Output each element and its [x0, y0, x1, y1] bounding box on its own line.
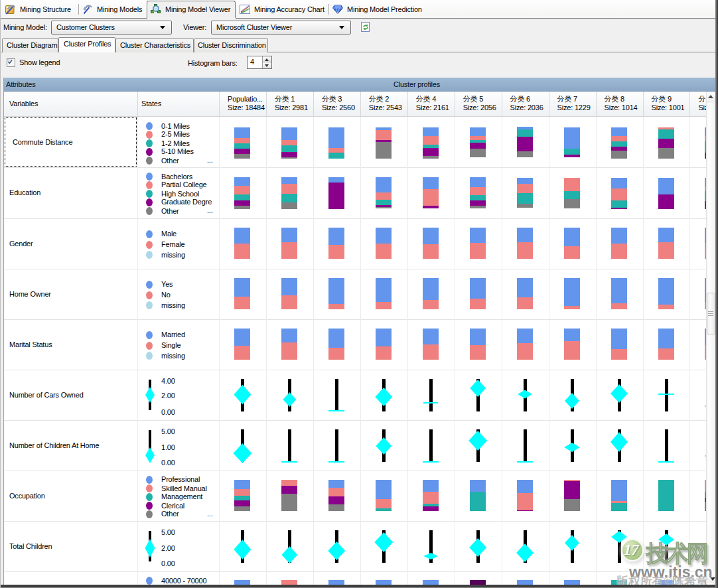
svg-text:技术网: 技术网: [646, 540, 707, 566]
